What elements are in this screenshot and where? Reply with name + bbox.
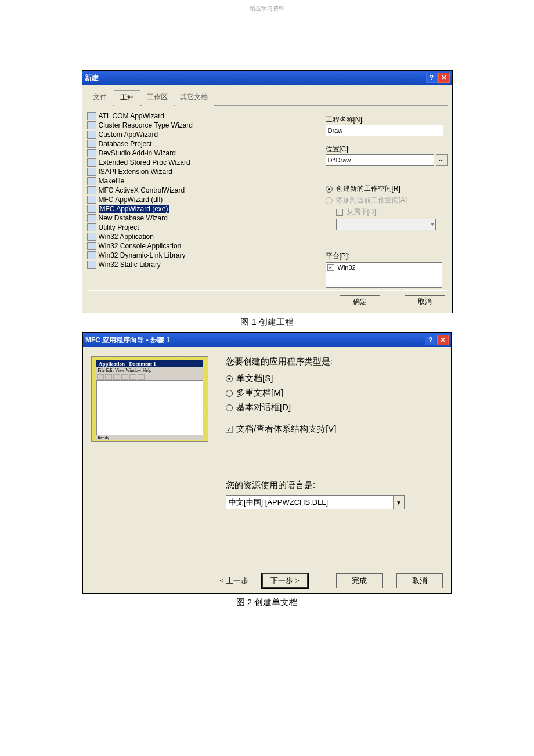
project-icon <box>87 177 96 185</box>
back-button[interactable]: < 上一步 <box>211 573 257 588</box>
list-item-selected[interactable]: MFC AppWizard (exe) <box>99 205 169 213</box>
language-value: 中文[中国] [APPWZCHS.DLL] <box>229 497 328 508</box>
page-header-sub: - - - - - <box>0 13 534 18</box>
app-type-question: 您要创建的应用程序类型是: <box>226 356 443 367</box>
radio-add-workspace-label: 添加到当前工作空间[A] <box>336 196 407 205</box>
project-type-list[interactable]: ATL COM AppWizard Cluster Resource Type … <box>87 109 320 290</box>
project-icon <box>87 149 96 157</box>
figure1-caption: 图 1 创建工程 <box>0 317 534 328</box>
project-icon <box>87 121 96 129</box>
language-dropdown[interactable]: 中文[中国] [APPWZCHS.DLL] ▼ <box>226 495 405 509</box>
next-button[interactable]: 下一步 > <box>262 573 308 588</box>
radio-multi-doc-label: 多重文档[M] <box>236 388 283 399</box>
project-icon <box>87 214 96 222</box>
radio-new-workspace[interactable]: 创建新的工作空间[R] <box>326 184 448 194</box>
mfc-wizard-dialog: MFC 应用程序向导 - 步骤 1 ? ✕ Application - Docu… <box>82 332 452 594</box>
radio-new-workspace-label: 创建新的工作空间[R] <box>336 184 400 194</box>
project-name-input[interactable] <box>326 125 443 136</box>
project-name-label: 工程名称[N]: <box>326 115 448 125</box>
tab-bar: 文件 工程 工作区 其它文档 <box>87 86 448 106</box>
project-icon <box>87 233 96 241</box>
finish-button[interactable]: 完成 <box>336 573 383 588</box>
preview-canvas <box>96 381 203 435</box>
platform-label: 平台[P]: <box>326 251 448 261</box>
preview-titlebar: Application - Document 1 <box>96 360 203 367</box>
tab-files[interactable]: 文件 <box>87 90 113 106</box>
cancel-button[interactable]: 取消 <box>405 295 445 308</box>
ok-button[interactable]: 确定 <box>340 295 380 308</box>
checkbox-docview-support[interactable]: ✓文档/查看体系结构支持[V] <box>226 424 443 435</box>
figure2-caption: 图 2 创建单文档 <box>0 597 534 608</box>
platform-list[interactable]: ✓Win32 <box>326 262 442 288</box>
project-icon <box>87 158 96 167</box>
list-item[interactable]: Utility Project <box>99 223 139 231</box>
preview-toolbar <box>96 374 203 381</box>
project-icon <box>87 112 96 120</box>
new-project-dialog: 新建 ? ✕ 文件 工程 工作区 其它文档 ATL COM AppWizard … <box>82 70 453 313</box>
project-icon <box>87 140 96 148</box>
tab-workspaces[interactable]: 工作区 <box>142 90 174 106</box>
list-item[interactable]: New Database Wizard <box>99 214 168 222</box>
list-item[interactable]: ISAPI Extension Wizard <box>99 168 172 176</box>
project-icon <box>87 131 96 139</box>
tab-other[interactable]: 其它文档 <box>175 90 214 106</box>
project-icon <box>87 168 96 176</box>
help-icon[interactable]: ? <box>425 335 436 345</box>
list-item[interactable]: MFC ActiveX ControlWizard <box>99 186 185 194</box>
chevron-down-icon: ▼ <box>393 496 404 509</box>
list-item[interactable]: Win32 Application <box>99 233 154 241</box>
list-item[interactable]: Win32 Console Application <box>99 242 182 250</box>
browse-button[interactable]: ... <box>436 154 448 166</box>
radio-dialog-based[interactable]: 基本对话框[D] <box>226 402 443 413</box>
close-icon[interactable]: ✕ <box>437 335 449 345</box>
dialog2-title: MFC 应用程序向导 - 步骤 1 <box>85 335 424 345</box>
project-icon <box>87 186 96 194</box>
platform-item: Win32 <box>338 264 356 271</box>
dependency-dropdown <box>336 219 436 230</box>
cancel-button[interactable]: 取消 <box>396 573 443 588</box>
tab-projects[interactable]: 工程 <box>114 90 140 106</box>
dialog1-title: 新建 <box>85 73 425 83</box>
page-header: 精选学习资料 <box>0 5 534 13</box>
radio-dialog-based-label: 基本对话框[D] <box>236 402 291 413</box>
project-icon <box>87 261 96 269</box>
preview-statusbar: Ready <box>96 435 203 440</box>
project-icon <box>87 196 96 204</box>
project-icon <box>87 251 96 259</box>
radio-multi-doc[interactable]: 多重文档[M] <box>226 388 443 399</box>
list-item[interactable]: Custom AppWizard <box>99 131 158 139</box>
project-icon <box>87 223 96 231</box>
project-icon <box>87 205 96 213</box>
list-item[interactable]: Makefile <box>99 177 125 185</box>
list-item[interactable]: DevStudio Add-in Wizard <box>99 149 176 157</box>
list-item[interactable]: Database Project <box>99 140 152 148</box>
checkbox-docview-label: 文档/查看体系结构支持[V] <box>236 424 337 435</box>
radio-single-doc[interactable]: 单文档[S] <box>226 373 443 384</box>
preview-menubar: File Edit View Window Help <box>96 367 203 374</box>
checkbox-dependency-label: 从属于[D]: <box>347 207 378 217</box>
list-item[interactable]: Cluster Resource Type Wizard <box>99 121 193 129</box>
list-item[interactable]: Win32 Static Library <box>99 261 161 269</box>
list-item[interactable]: MFC AppWizard (dll) <box>99 196 163 204</box>
list-item[interactable]: ATL COM AppWizard <box>99 112 164 120</box>
radio-add-workspace: 添加到当前工作空间[A] <box>326 196 448 205</box>
help-icon[interactable]: ? <box>426 73 438 83</box>
close-icon[interactable]: ✕ <box>438 73 450 83</box>
app-preview-image: Application - Document 1 File Edit View … <box>91 356 208 442</box>
project-icon <box>87 242 96 250</box>
location-input[interactable] <box>326 154 434 166</box>
radio-single-doc-label: 单文档[S] <box>236 373 273 384</box>
location-label: 位置[C]: <box>326 144 448 154</box>
list-item[interactable]: Win32 Dynamic-Link Library <box>99 251 186 259</box>
checkbox-win32[interactable]: ✓ <box>327 264 334 271</box>
language-question: 您的资源使用的语言是: <box>226 480 443 491</box>
checkbox-dependency: 从属于[D]: <box>336 207 448 217</box>
list-item[interactable]: Extended Stored Proc Wizard <box>99 158 190 167</box>
